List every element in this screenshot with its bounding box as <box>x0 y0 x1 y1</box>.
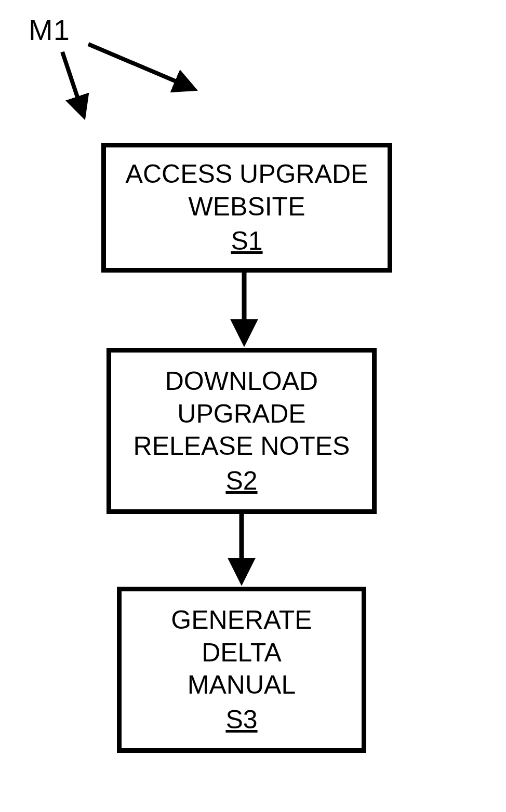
step-text: WEBSITE <box>188 191 305 223</box>
step-text: MANUAL <box>188 669 296 701</box>
step-box-s3: GENERATE DELTA MANUAL S3 <box>117 587 366 753</box>
flowchart-canvas: M1 ACCESS UPGRADE WEBSITE S1 DOWNLOAD UP… <box>0 0 506 812</box>
step-ref: S1 <box>231 225 262 258</box>
step-ref: S3 <box>225 703 257 736</box>
diagram-label-m1: M1 <box>29 13 70 47</box>
step-ref: S2 <box>225 465 257 497</box>
step-text: DELTA <box>202 637 282 669</box>
step-text: ACCESS UPGRADE <box>126 158 368 191</box>
step-box-s2: DOWNLOAD UPGRADE RELEASE NOTES S2 <box>106 348 377 514</box>
step-box-s1: ACCESS UPGRADE WEBSITE S1 <box>101 143 392 273</box>
step-text: DOWNLOAD <box>165 365 318 398</box>
pointer-arrow <box>88 44 192 88</box>
step-text: GENERATE <box>171 604 312 637</box>
step-text: RELEASE NOTES <box>134 430 350 463</box>
pointer-arrow <box>62 52 83 114</box>
step-text: UPGRADE <box>177 398 305 430</box>
